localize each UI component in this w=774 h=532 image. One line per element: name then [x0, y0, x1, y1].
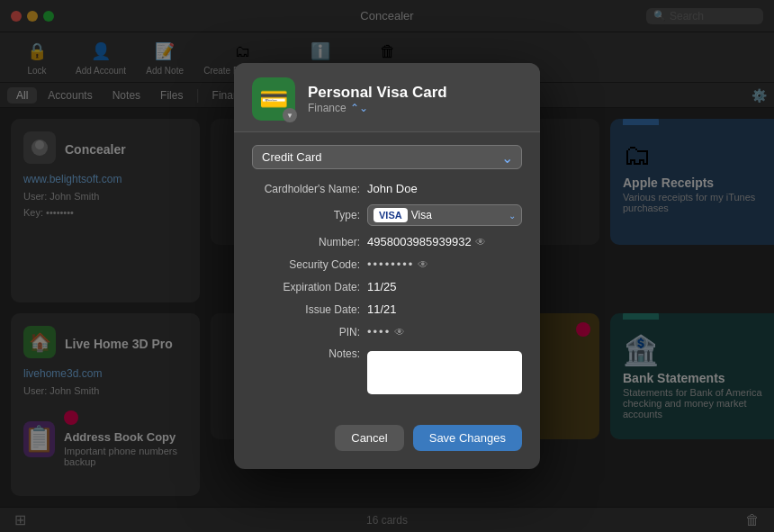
- pin-label: PIN:: [252, 326, 360, 338]
- cancel-button[interactable]: Cancel: [335, 425, 403, 451]
- security-label: Security Code:: [252, 258, 360, 271]
- notes-area[interactable]: [367, 351, 522, 394]
- field-row-issue: Issue Date: 11/21: [252, 302, 522, 316]
- security-field-wrapper: •••••••• 👁: [367, 257, 522, 271]
- field-row-number: Number: 4958003985939932 👁: [252, 235, 522, 248]
- field-row-cardholder: Cardholder's Name: John Doe: [252, 182, 522, 195]
- modal-type-selector-row: Credit Card: [252, 145, 522, 169]
- field-row-expiration: Expiration Date: 11/25: [252, 280, 522, 293]
- expiration-value[interactable]: 11/25: [367, 280, 522, 293]
- modal-icon-badge: ▼: [283, 108, 297, 122]
- card-type-select[interactable]: Visa: [411, 209, 447, 221]
- modal-title: Personal Visa Card: [308, 84, 522, 102]
- field-row-security: Security Code: •••••••• 👁: [252, 257, 522, 271]
- modal-credit-card: 💳 ▼ Personal Visa Card Finance ⌃⌄ Credit…: [234, 63, 540, 469]
- visa-badge: VISA: [374, 208, 408, 222]
- modal-header: 💳 ▼ Personal Visa Card Finance ⌃⌄: [234, 63, 540, 132]
- chevron-down-icon: ⌄: [508, 211, 516, 221]
- issue-value[interactable]: 11/21: [367, 302, 522, 316]
- security-dots[interactable]: ••••••••: [367, 257, 414, 271]
- eye-icon-pin[interactable]: 👁: [394, 326, 405, 338]
- eye-icon-number[interactable]: 👁: [475, 236, 486, 248]
- type-select[interactable]: Credit Card: [252, 145, 522, 169]
- save-button[interactable]: Save Changes: [413, 425, 522, 451]
- issue-label: Issue Date:: [252, 303, 360, 316]
- modal-header-icon: 💳 ▼: [252, 77, 295, 121]
- field-row-notes: Notes:: [252, 347, 522, 394]
- modal-overlay: 💳 ▼ Personal Visa Card Finance ⌃⌄ Credit…: [0, 0, 774, 532]
- type-label: Type:: [252, 209, 360, 221]
- modal-category: Finance ⌃⌄: [308, 102, 522, 114]
- modal-footer: Cancel Save Changes: [234, 416, 540, 451]
- eye-icon-security[interactable]: 👁: [418, 258, 428, 271]
- field-row-pin: PIN: •••• 👁: [252, 325, 522, 338]
- number-field-wrapper: 4958003985939932 👁: [367, 235, 522, 248]
- cardholder-value[interactable]: John Doe: [367, 182, 522, 195]
- pin-dots[interactable]: ••••: [367, 325, 391, 338]
- notes-label: Notes:: [252, 347, 360, 360]
- pin-field-wrapper: •••• 👁: [367, 325, 522, 338]
- number-value[interactable]: 4958003985939932: [367, 235, 472, 248]
- type-select-wrapper[interactable]: Credit Card: [252, 145, 522, 169]
- cardholder-label: Cardholder's Name:: [252, 183, 360, 195]
- modal-body: Credit Card Cardholder's Name: John Doe …: [234, 132, 540, 416]
- field-row-type: Type: VISA Visa ⌄: [252, 204, 522, 226]
- number-label: Number:: [252, 236, 360, 248]
- modal-header-info: Personal Visa Card Finance ⌃⌄: [308, 84, 522, 114]
- visa-type-select[interactable]: VISA Visa ⌄: [367, 204, 522, 226]
- expiration-label: Expiration Date:: [252, 281, 360, 293]
